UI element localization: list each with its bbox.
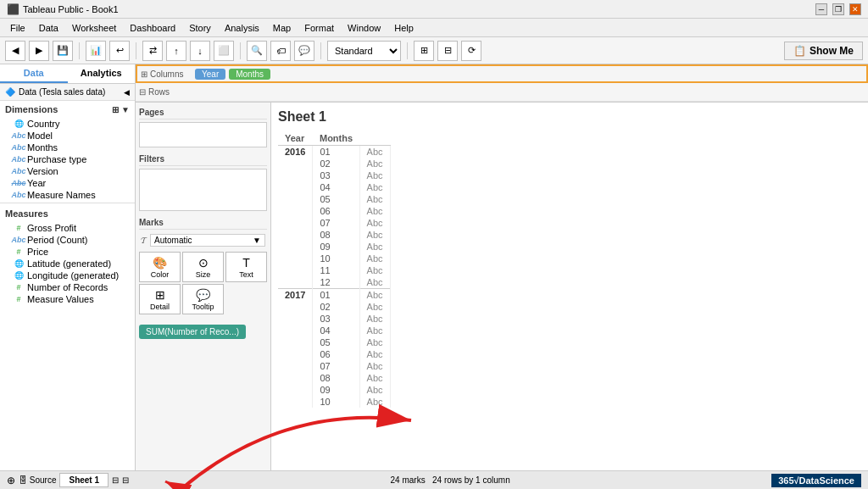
field-measure-values[interactable]: # Measure Values (0, 293, 135, 305)
field-months[interactable]: Abc Months (0, 142, 135, 153)
text-icon: T (242, 256, 250, 270)
table-row: 04Abc (278, 181, 390, 193)
field-country[interactable]: 🌐 Country (0, 118, 135, 130)
field-measure-names[interactable]: Abc Measure Names (0, 189, 135, 201)
fix-axis-button[interactable]: ⊞ (414, 41, 434, 61)
menu-worksheet[interactable]: Worksheet (65, 21, 123, 35)
color-button[interactable]: 🎨 Color (139, 252, 181, 282)
text-button[interactable]: T Text (225, 252, 267, 282)
datasource-tab[interactable]: 🗄 Source (19, 475, 56, 485)
close-button[interactable]: ✕ (849, 3, 861, 15)
cell-value: Abc (359, 384, 390, 396)
new-ds-button[interactable]: 📊 (86, 41, 106, 61)
size-button[interactable]: ⊙ Size (182, 252, 224, 282)
toolbar: ◀ ▶ 💾 📊 ↩ ⇄ ↑ ↓ ⬜ 🔍 🏷 💬 Standard ⊞ ⊟ ⟳ 📋… (0, 37, 868, 64)
field-num-records[interactable]: # Number of Records (0, 281, 135, 293)
year-pill[interactable]: Year (195, 69, 225, 80)
restore-button[interactable]: ❐ (832, 3, 844, 15)
marks-type-select[interactable]: Automatic ▼ (150, 234, 265, 247)
menu-dashboard[interactable]: Dashboard (123, 21, 182, 35)
collapse-icon[interactable]: ◀ (124, 88, 130, 97)
brand-badge: 365√DataScience (771, 474, 861, 487)
menu-help[interactable]: Help (387, 21, 420, 35)
back-button[interactable]: ◀ (5, 41, 25, 61)
measures-label: Measures (5, 208, 48, 219)
cell-year (278, 276, 313, 289)
columns-shelf[interactable]: ⊞ Columns Year Months (136, 64, 868, 83)
cell-year (278, 181, 313, 193)
rows-shelf[interactable]: ⊟ Rows (136, 83, 868, 102)
save-button[interactable]: 💾 (53, 41, 73, 61)
months-pill[interactable]: Months (229, 69, 270, 80)
filters-box[interactable] (139, 169, 267, 211)
field-version[interactable]: Abc Version (0, 165, 135, 177)
nav-left[interactable]: ⊟ (112, 475, 119, 485)
field-longitude-label: Longitude (generated) (27, 270, 119, 281)
label-button[interactable]: 🏷 (270, 41, 291, 61)
field-longitude[interactable]: 🌐 Longitude (generated) (0, 270, 135, 281)
cell-value: Abc (359, 325, 390, 336)
share-button[interactable]: ⟳ (461, 41, 481, 61)
cell-month: 02 (313, 301, 359, 313)
marks-dropdown-icon: ▼ (253, 236, 261, 245)
cell-year (278, 193, 313, 205)
cell-value: Abc (359, 301, 390, 313)
sort-asc-button[interactable]: ↑ (166, 41, 186, 61)
sum-container: SUM(Number of Reco...) (139, 321, 267, 339)
field-model[interactable]: Abc Model (0, 130, 135, 142)
forward-button[interactable]: ▶ (29, 41, 49, 61)
swap-button[interactable]: ⇄ (142, 41, 163, 61)
undo-button[interactable]: ↩ (109, 41, 130, 61)
field-latitude-label: Latitude (generated) (27, 258, 111, 269)
field-latitude[interactable]: 🌐 Latitude (generated) (0, 258, 135, 270)
field-period-count[interactable]: Abc Period (Count) (0, 234, 135, 246)
menu-story[interactable]: Story (182, 21, 218, 35)
sort-desc-button[interactable]: ↓ (190, 41, 210, 61)
field-price[interactable]: # Price (0, 246, 135, 258)
standard-dropdown[interactable]: Standard (327, 41, 401, 61)
add-sheet-icon[interactable]: ⊕ (7, 475, 15, 486)
tooltip-button-marks[interactable]: 💬 Tooltip (182, 284, 224, 314)
sheet1-tab[interactable]: Sheet 1 (59, 473, 108, 487)
menu-file[interactable]: File (3, 21, 32, 35)
separator-3 (240, 42, 241, 59)
field-price-label: Price (27, 247, 48, 257)
minimize-button[interactable]: ─ (815, 3, 827, 15)
sum-pill[interactable]: SUM(Number of Reco...) (139, 325, 246, 339)
hash-icon-mv: # (14, 294, 24, 304)
marks-count: 24 marks (391, 475, 426, 485)
pages-box[interactable] (139, 122, 267, 147)
rows-cols-button[interactable]: ⊟ (437, 41, 458, 61)
field-gross-profit[interactable]: # Gross Profit (0, 222, 135, 234)
dimensions-controls[interactable]: ⊞ ▼ (112, 105, 130, 114)
tab-data[interactable]: Data (0, 64, 68, 83)
cell-month: 08 (313, 372, 359, 384)
tooltip-button[interactable]: 💬 (294, 41, 314, 61)
columns-icon: ⊞ (141, 69, 147, 79)
cell-month: 01 (313, 146, 359, 158)
cell-year (278, 158, 313, 169)
globe-hash-lat: 🌐 (14, 258, 24, 269)
cell-year (278, 313, 313, 325)
menu-analysis[interactable]: Analysis (218, 21, 266, 35)
data-source-label[interactable]: 🔷 Data (Tesla sales data) ◀ (0, 84, 135, 101)
tab-analytics[interactable]: Analytics (68, 64, 136, 83)
menu-format[interactable]: Format (298, 21, 341, 35)
cell-month: 08 (313, 229, 359, 241)
source-label: Source (30, 475, 57, 485)
field-year[interactable]: Abc Year (0, 177, 135, 189)
menu-window[interactable]: Window (341, 21, 387, 35)
menu-map[interactable]: Map (266, 21, 298, 35)
cell-month: 03 (313, 169, 359, 181)
cell-month: 07 (313, 217, 359, 229)
brand-label: 365√DataScience (778, 475, 854, 486)
show-me-button[interactable]: 📋 Show Me (784, 42, 863, 60)
menu-data[interactable]: Data (32, 21, 65, 35)
detail-button[interactable]: ⊞ Detail (139, 284, 181, 314)
highlight-button[interactable]: 🔍 (247, 41, 267, 61)
dimensions-label: Dimensions (5, 104, 58, 114)
nav-right[interactable]: ⊟ (122, 475, 129, 485)
menu-bar: File Data Worksheet Dashboard Story Anal… (0, 19, 868, 37)
fit-button[interactable]: ⬜ (214, 41, 234, 61)
field-purchase-type[interactable]: Abc Purchase type (0, 153, 135, 165)
